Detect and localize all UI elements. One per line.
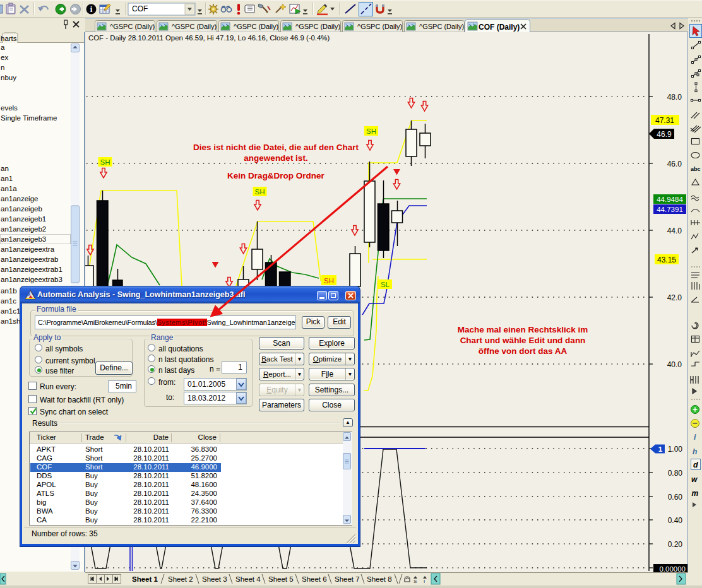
svg-text:Sheet 2: Sheet 2 [168,575,193,583]
svg-text:an1c1: an1c1 [1,307,20,315]
svg-text:0.40: 0.40 [668,516,683,525]
svg-text:an1anzeigeextrab: an1anzeigeextrab [1,256,58,263]
svg-text:Sheet 4: Sheet 4 [235,575,261,583]
svg-text:n: n [1,64,4,71]
svg-text:Sheet 5: Sheet 5 [268,575,294,583]
svg-text:Sheet 7: Sheet 7 [335,575,360,583]
svg-text:m: m [692,489,699,498]
svg-text:an1anzeigeextrab3: an1anzeigeextrab3 [1,276,62,283]
svg-text:SH: SH [100,158,110,166]
svg-text:44.0: 44.0 [667,226,682,235]
svg-text:h: h [693,447,697,456]
svg-text:42.0: 42.0 [667,293,682,302]
svg-text:0.00000: 0.00000 [659,565,686,572]
svg-text:Chart und wähle Edit und dann: Chart und wähle Edit und dann [460,336,586,345]
svg-text:48.0: 48.0 [667,93,682,102]
svg-text:angewendet ist.: angewendet ist. [244,153,307,163]
svg-text:1: 1 [658,445,663,453]
svg-text:Sheet 8: Sheet 8 [367,575,392,583]
svg-text:Single Timeframe: Single Timeframe [1,114,57,122]
svg-text:44.7391: 44.7391 [657,206,683,213]
svg-text:an1c: an1c [1,297,16,305]
svg-text:an1anzeigeextrab1: an1anzeigeextrab1 [1,266,62,273]
svg-text:an1b: an1b [1,287,17,295]
svg-text:i: i [90,4,93,14]
svg-text:öffne von dort das AA: öffne von dort das AA [479,346,568,356]
svg-text:^GSPC (Daily): ^GSPC (Daily) [110,23,155,30]
svg-text:0.60: 0.60 [668,493,683,502]
svg-text:I: I [424,579,425,584]
svg-text:an1anzeigeb1: an1anzeigeb1 [1,215,46,223]
svg-text:Sheet 3: Sheet 3 [202,575,227,583]
svg-text:an: an [1,165,9,172]
svg-text:43.15: 43.15 [657,256,676,264]
svg-text:Mache mal einen Rechtsklick im: Mache mal einen Rechtsklick im [458,325,588,334]
svg-text:46.9: 46.9 [657,130,672,139]
svg-text:0.80: 0.80 [668,469,683,478]
svg-text:w: w [691,475,698,484]
svg-text:an1anzeigeb2: an1anzeigeb2 [1,225,46,233]
svg-text:1.00: 1.00 [668,445,683,454]
svg-text:evels: evels [1,104,18,112]
svg-text:0.20: 0.20 [668,540,683,549]
svg-text:44.9484: 44.9484 [657,196,683,203]
svg-text:COF (Daily): COF (Daily) [479,23,520,32]
svg-text:an1anzeigeb: an1anzeigeb [1,205,42,213]
svg-text:Sheet 6: Sheet 6 [302,575,327,583]
svg-text:an1: an1 [1,175,13,182]
svg-text:nbuy: nbuy [1,74,16,81]
svg-text:Kein Drag&Drop Ordner: Kein Drag&Drop Ordner [227,171,325,180]
svg-text:SL: SL [381,281,390,288]
svg-text:SH: SH [255,188,265,196]
svg-text:40.0: 40.0 [667,360,682,369]
svg-text:SH: SH [324,277,334,285]
svg-text:Dies ist nicht die Datei, die: Dies ist nicht die Datei, die auf den Ch… [193,143,359,152]
svg-text:abc: abc [691,166,701,172]
svg-text:SH: SH [366,127,376,135]
svg-text:harts: harts [1,35,17,42]
svg-text:ex: ex [1,54,8,61]
svg-text:S: S [413,579,417,584]
svg-text:COF - Daily 28.10.2011 Open 46: COF - Daily 28.10.2011 Open 46.59, Hi 47… [88,34,330,42]
svg-text:an1anzeigeextra: an1anzeigeextra [1,245,55,253]
svg-text:47.31: 47.31 [655,116,674,125]
svg-text:46.0: 46.0 [667,160,682,168]
svg-text:an1a: an1a [1,185,17,192]
svg-text:Sheet 1: Sheet 1 [132,575,158,583]
svg-text:COF: COF [132,4,148,13]
svg-text:a: a [1,44,5,51]
svg-text:d: d [693,461,698,469]
svg-text:an1anzeige: an1anzeige [1,195,38,203]
svg-text:an1anzeigeb3: an1anzeigeb3 [1,235,46,243]
